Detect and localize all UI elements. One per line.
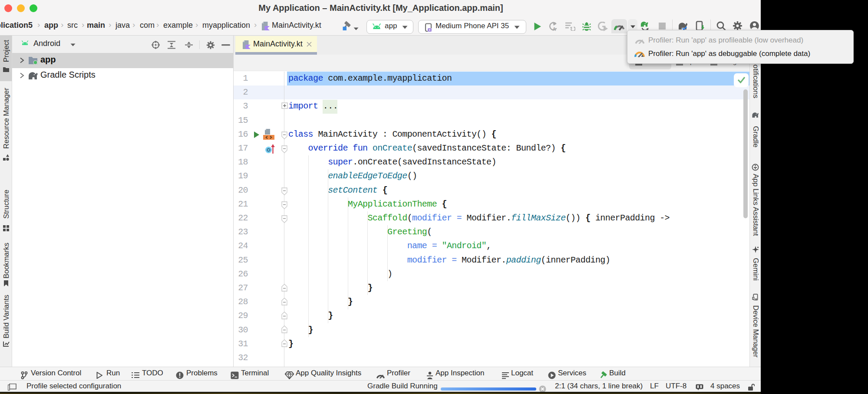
svg-text:A: A (553, 26, 556, 31)
